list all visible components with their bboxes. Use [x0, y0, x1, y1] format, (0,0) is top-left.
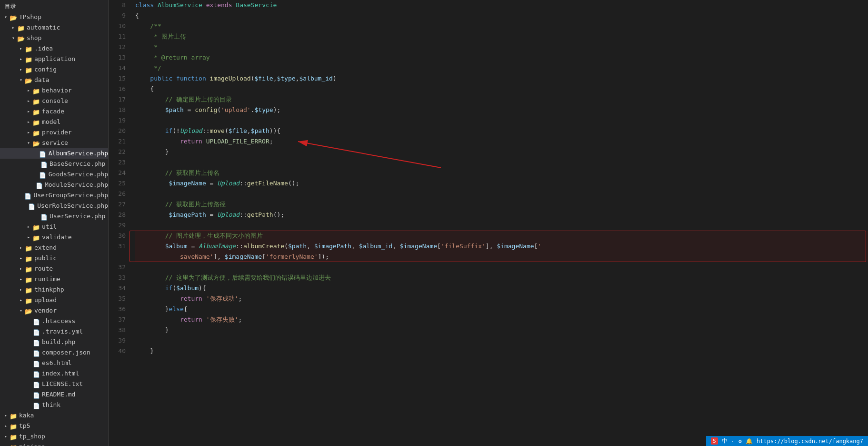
file-icon: 📄: [32, 380, 40, 388]
tree-item-model[interactable]: ▸📁model: [0, 117, 108, 127]
tree-item-index[interactable]: 📄index.html: [0, 368, 108, 379]
code-line: return '保存失败';: [135, 314, 868, 325]
tree-item-facade[interactable]: ▸📁facade: [0, 106, 108, 117]
line-number: 10: [112, 21, 126, 31]
tree-item-kaka[interactable]: ▸📁kaka: [0, 410, 108, 421]
tree-item-label: BaseServcie.php: [50, 159, 105, 169]
line-number: 26: [112, 189, 126, 199]
tree-item-es6[interactable]: 📄es6.html: [0, 358, 108, 368]
line-number: 29: [112, 220, 126, 231]
line-number: 33: [112, 273, 126, 283]
folder-icon: 📁: [32, 118, 40, 126]
tree-item-behavior[interactable]: ▸📁behavior: [0, 85, 108, 96]
folder-icon: 📁: [25, 244, 32, 252]
folder-icon: 📂: [17, 34, 25, 42]
tree-item-extend[interactable]: ▸📁extend: [0, 243, 108, 253]
code-line: {: [135, 84, 868, 94]
tree-item-htaccess[interactable]: 📄.htaccess: [0, 316, 108, 326]
tree-item-label: upload: [34, 295, 57, 305]
tree-item-data[interactable]: ▾📂data: [0, 75, 108, 85]
tree-item-util[interactable]: ▸📁util: [0, 222, 108, 232]
tree-item-miniapp[interactable]: ▸📁miniapp: [0, 442, 108, 446]
code-line: $imagePath = Upload::getPath();: [135, 210, 868, 220]
tree-item-UserRoleService[interactable]: 📄UserRoleService.php: [0, 201, 108, 211]
tree-item-tp5shop[interactable]: ▾📂TPshop: [0, 12, 108, 22]
tree-item-label: .travis.yml: [42, 327, 83, 336]
code-line: // 获取图片上传路径: [135, 199, 868, 210]
tree-item-ModuleService[interactable]: 📄ModuleService.php: [0, 180, 108, 190]
folder-icon: 📁: [10, 433, 17, 440]
tree-item-composer[interactable]: 📄composer.json: [0, 347, 108, 358]
tree-item-service[interactable]: ▾📂service: [0, 138, 108, 148]
tree-item-UserGroupService[interactable]: 📄UserGroupService.php: [0, 190, 108, 201]
tree-item-BaseServcie[interactable]: 📄BaseServcie.php: [0, 159, 108, 169]
file-icon: 📄: [39, 150, 47, 157]
code-line: $path = config('upload'.$type);: [135, 105, 868, 115]
folder-arrow-icon: ▾: [2, 12, 10, 22]
tree-item-label: tp5: [19, 421, 30, 431]
tree-item-think[interactable]: 📄think: [0, 400, 108, 410]
status-icon: S: [711, 437, 718, 445]
tree-item-GoodsService[interactable]: 📄GoodsService.php: [0, 169, 108, 180]
code-line: saveName'], $imageName['formerlyName']);: [135, 252, 868, 262]
line-number: 15: [112, 73, 126, 84]
tree-item-route[interactable]: ▸📁route: [0, 264, 108, 274]
tree-item-label: util: [42, 222, 57, 232]
tree-item-build[interactable]: 📄build.php: [0, 337, 108, 347]
tree-item-label: composer.json: [42, 348, 90, 357]
folder-icon: 📁: [10, 422, 17, 430]
file-tree[interactable]: 目录 ▾📂TPshop▸📁automatic▾📂shop▸📁.idea▸📁app…: [0, 0, 109, 446]
tree-item-UserService[interactable]: 📄UserService.php: [0, 211, 108, 222]
folder-arrow-icon: ▸: [17, 274, 25, 284]
tree-item-provider[interactable]: ▸📁provider: [0, 127, 108, 138]
tree-item-AlbumService[interactable]: 📄AlbumService.php: [0, 148, 108, 159]
file-icon: 📄: [24, 192, 31, 199]
line-number: 18: [112, 105, 126, 115]
code-line: [135, 262, 868, 273]
tree-item-label: .htaccess: [42, 316, 75, 326]
folder-arrow-icon: ▸: [25, 107, 32, 116]
tree-item-runtime[interactable]: ▸📁runtime: [0, 274, 108, 284]
tree-item-upload[interactable]: ▸📁upload: [0, 295, 108, 305]
code-line: class AlbumService extends BaseServcie: [135, 0, 868, 10]
tree-item-label: index.html: [42, 369, 79, 378]
line-number: 23: [112, 157, 126, 168]
tree-item-label: es6.html: [42, 358, 72, 368]
code-line: * 图片上传: [135, 31, 868, 42]
folder-arrow-icon: ▸: [25, 96, 32, 106]
tree-item-console[interactable]: ▸📁console: [0, 96, 108, 106]
folder-icon: 📁: [25, 296, 32, 304]
tree-item-thinkphp[interactable]: ▸📁thinkphp: [0, 284, 108, 295]
line-number: 38: [112, 325, 126, 335]
file-icon: 📄: [32, 391, 40, 398]
code-editor[interactable]: 8910111213141516171819202122232425262728…: [109, 0, 868, 446]
tree-item-LICENSE[interactable]: 📄LICENSE.txt: [0, 379, 108, 389]
tree-item-automatic[interactable]: ▸📁automatic: [0, 22, 108, 33]
code-line: [135, 115, 868, 126]
tree-item-label: UserService.php: [50, 212, 105, 221]
code-line: {: [135, 10, 868, 21]
tree-item-application[interactable]: ▸📁application: [0, 54, 108, 64]
tree-item-config[interactable]: ▸📁config: [0, 64, 108, 75]
line-number: 30: [112, 231, 126, 241]
folder-arrow-icon: ▸: [2, 411, 10, 420]
tree-item-label: application: [34, 54, 75, 64]
folder-arrow-icon: ▾: [25, 138, 32, 148]
tree-item-shop[interactable]: ▾📂shop: [0, 33, 108, 43]
tree-item-vendor[interactable]: ▾📂vendor: [0, 305, 108, 316]
tree-item-public[interactable]: ▸📁public: [0, 253, 108, 264]
folder-arrow-icon: ▸: [17, 295, 25, 305]
tree-item-travis[interactable]: 📄.travis.yml: [0, 326, 108, 337]
line-numbers: 8910111213141516171819202122232425262728…: [109, 0, 131, 446]
tree-item-label: provider: [42, 128, 72, 137]
tree-item-validate[interactable]: ▸📁validate: [0, 232, 108, 243]
folder-icon: 📁: [25, 275, 32, 283]
tree-item-tp_shop[interactable]: ▸📁tp_shop: [0, 431, 108, 442]
tree-item-label: automatic: [27, 23, 60, 32]
file-icon: 📄: [40, 160, 48, 168]
tree-item-README[interactable]: 📄README.md: [0, 389, 108, 400]
tree-item-idea[interactable]: ▸📁.idea: [0, 43, 108, 54]
tree-item-label: ModuleService.php: [45, 180, 108, 190]
tree-item-tp5[interactable]: ▸📁tp5: [0, 421, 108, 431]
folder-arrow-icon: ▾: [17, 306, 25, 315]
